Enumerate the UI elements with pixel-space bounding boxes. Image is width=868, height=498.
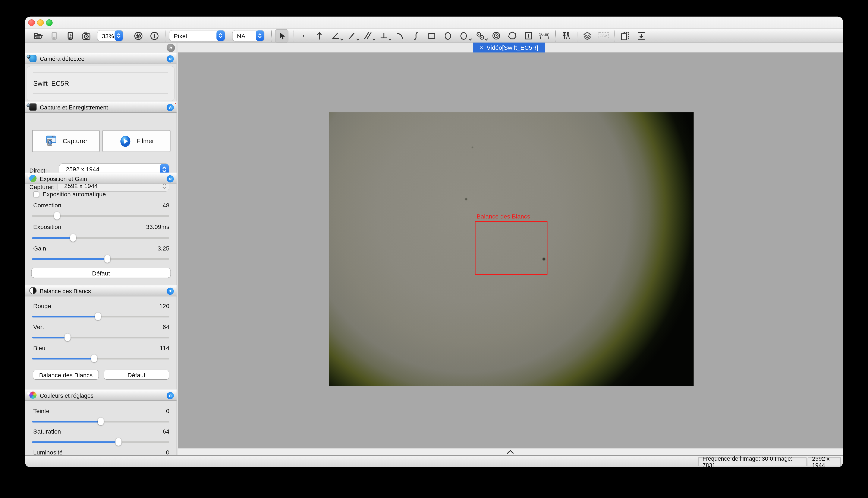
duplicate-button[interactable] (618, 29, 631, 42)
slider-value: 3.25 (158, 245, 169, 251)
webcam-icon (29, 55, 37, 62)
slider-label: Exposition (33, 223, 62, 230)
annulus-tool[interactable] (473, 29, 487, 42)
camera-icon (29, 104, 37, 111)
close-tab-icon[interactable]: × (480, 44, 483, 51)
magnification-value: NA (237, 32, 245, 39)
slider-thumb[interactable] (95, 312, 101, 320)
slider-thumb[interactable] (105, 255, 111, 263)
exposure-panel-header[interactable]: + Exposition et Gain « (25, 173, 177, 184)
toolbar-separator (293, 30, 293, 41)
green-slider[interactable] (32, 333, 169, 341)
collapse-panel-icon[interactable]: « (167, 175, 174, 183)
slider-thumb[interactable] (65, 333, 71, 341)
zoom-window-button[interactable] (46, 19, 53, 26)
text-tool[interactable]: T (522, 29, 535, 42)
capture-panel-header[interactable]: Capture et Enregistrement « (25, 101, 177, 113)
collapse-sidebar-icon[interactable]: « (167, 44, 175, 52)
unit-select[interactable]: Pixel (169, 30, 225, 41)
slider-thumb[interactable] (54, 212, 60, 220)
live-video-frame[interactable]: Balance des Blancs (329, 112, 694, 386)
exposure-icon: + (29, 175, 37, 182)
save-button[interactable] (48, 29, 61, 42)
correction-slider[interactable] (32, 212, 169, 220)
screenshot-stage: 33% Pixel NA (0, 0, 868, 498)
ellipse-tool[interactable] (441, 29, 455, 42)
line-tool[interactable] (345, 29, 358, 42)
angle-tool[interactable] (329, 29, 342, 42)
magnification-stepper[interactable] (256, 30, 264, 41)
info-button[interactable] (148, 29, 161, 42)
timed-capture-button[interactable] (80, 29, 93, 42)
colors-panel-header[interactable]: Couleurs et réglages « (25, 389, 177, 401)
video-tab-label: Vidéo[Swift_EC5R] (487, 44, 538, 51)
point-tool[interactable] (297, 29, 310, 42)
hue-slider[interactable] (32, 418, 169, 425)
gain-slider[interactable] (32, 255, 169, 263)
blue-slider[interactable] (32, 354, 169, 362)
settings-gear-button[interactable] (132, 29, 145, 42)
zoom-stepper[interactable] (115, 30, 123, 41)
close-window-button[interactable] (28, 19, 35, 26)
rectangle-tool[interactable] (425, 29, 438, 42)
flash-capture-button[interactable] (64, 29, 77, 42)
camera-list-item[interactable]: Swift_EC5R (33, 80, 69, 87)
slider-thumb[interactable] (70, 234, 76, 241)
arrow-tool[interactable] (313, 29, 326, 42)
video-canvas: Balance des Blancs (178, 52, 843, 448)
slider-value: 0 (166, 449, 169, 455)
capture-window-icon (44, 134, 58, 148)
slider-thumb[interactable] (98, 418, 104, 425)
arc-tool[interactable] (393, 29, 406, 42)
open-file-button[interactable] (31, 29, 45, 42)
list-divider (33, 93, 168, 94)
roi-annotation-label: Balance des Blancs (477, 213, 530, 220)
live-resolution-value: 2592 x 1944 (66, 166, 99, 173)
capture-still-button[interactable]: Capturer (32, 130, 100, 152)
record-video-button[interactable]: Filmer (102, 130, 170, 152)
magnification-select[interactable]: NA (233, 30, 264, 41)
perpendicular-tool[interactable] (377, 29, 390, 42)
slider-value: 120 (159, 303, 169, 309)
zoom-level-select[interactable]: 33% (98, 30, 123, 41)
unit-stepper[interactable] (216, 30, 225, 41)
parallel-lines-tool[interactable] (361, 29, 374, 42)
curve-tool[interactable] (409, 29, 422, 42)
red-slider[interactable] (32, 312, 169, 320)
wb-default-button[interactable]: Défaut (104, 370, 169, 379)
collapse-panel-icon[interactable]: « (167, 55, 174, 63)
bottom-panel-strip (178, 448, 843, 455)
polygon-tool[interactable] (505, 29, 519, 42)
exposure-slider[interactable] (32, 234, 169, 241)
collapse-panel-icon[interactable]: « (167, 288, 174, 295)
circle-tool[interactable] (457, 29, 471, 42)
export-image-button[interactable] (634, 29, 648, 42)
collapse-panel-icon[interactable]: « (167, 104, 174, 111)
csv-export-button[interactable]: CSV (597, 29, 610, 42)
concentric-circles-tool[interactable] (489, 29, 502, 42)
white-balance-panel-header[interactable]: Balance des Blancs « (25, 285, 177, 296)
toolbar-separator (271, 30, 272, 41)
slider-value: 33.09ms (146, 223, 169, 230)
measure-calibrate-button[interactable] (559, 29, 572, 42)
slider-value: 48 (163, 202, 169, 208)
pointer-tool[interactable] (275, 29, 288, 42)
saturation-slider[interactable] (32, 438, 169, 446)
panel-title: Exposition et Gain (40, 175, 87, 182)
dust-speck (465, 198, 467, 200)
slider-thumb[interactable] (91, 354, 97, 362)
video-tab[interactable]: × Vidéo[Swift_EC5R] (473, 43, 545, 53)
minimize-window-button[interactable] (37, 19, 44, 26)
collapse-panel-icon[interactable]: « (167, 392, 174, 399)
white-balance-button[interactable]: Balance des Blancs (33, 370, 99, 379)
layers-button[interactable] (581, 29, 594, 42)
panel-title: Couleurs et réglages (40, 392, 93, 398)
scale-bar-label: 10um (539, 32, 549, 36)
auto-exposure-checkbox[interactable] (33, 192, 39, 198)
white-balance-roi[interactable] (475, 221, 548, 275)
slider-thumb[interactable] (116, 438, 122, 446)
exposure-default-button[interactable]: Défaut (31, 268, 171, 278)
camera-panel-header[interactable]: Caméra détectée « (25, 52, 177, 64)
slider-label: Vert (33, 324, 44, 330)
scale-bar-tool[interactable]: 10um (538, 29, 551, 42)
